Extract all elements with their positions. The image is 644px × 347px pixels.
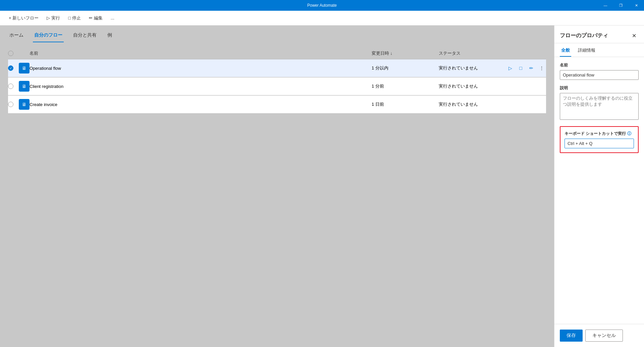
new-flow-button[interactable]: + 新しいフロー (5, 13, 42, 23)
name-field-label: 名前 (560, 62, 639, 68)
flow-type-icon: 🖥 (19, 99, 30, 110)
name-field-input[interactable] (560, 70, 639, 80)
shortcut-input[interactable] (565, 139, 634, 148)
main-panel: ホーム 自分のフロー 自分と共有 例 名前 変更日時 ↓ ステータス (0, 26, 554, 347)
more-button[interactable]: ... (107, 13, 118, 22)
row-name: Client registration (30, 84, 372, 89)
toolbar: + 新しいフロー ▷ 実行 □ 停止 ✏ 編集 ... ◈ プレミアムを利用する… (0, 11, 644, 26)
row-check (8, 84, 19, 89)
content-area: ホーム 自分のフロー 自分と共有 例 名前 変更日時 ↓ ステータス (0, 26, 644, 347)
info-icon: ⓘ (627, 131, 631, 137)
flow-type-icon: 🖥 (19, 63, 30, 73)
row-key: 🖥 (19, 99, 30, 110)
tab-shared[interactable]: 自分と共有 (72, 30, 98, 42)
side-panel-footer: 保存 キャンセル (554, 324, 644, 347)
edit-icon: ✏ (89, 15, 93, 20)
tab-home[interactable]: ホーム (8, 30, 25, 42)
row-check (8, 65, 19, 71)
table-row[interactable]: 🖥 Client registration 1 分前 実行されていません (8, 78, 546, 95)
run-button[interactable]: ▷ 実行 (43, 13, 63, 23)
row-key: 🖥 (19, 81, 30, 92)
flow-type-icon: 🖥 (19, 81, 30, 92)
stop-button[interactable]: □ 停止 (65, 13, 84, 23)
header-modified[interactable]: 変更日時 ↓ (372, 50, 439, 56)
desktop-flow-icon: 🖥 (22, 102, 26, 107)
row-name: Operational flow (30, 66, 372, 71)
shortcut-section: キーボード ショートカットで実行 ⓘ (560, 126, 639, 153)
row-checkbox[interactable] (8, 65, 13, 71)
side-tab-general[interactable]: 全般 (560, 46, 571, 57)
stop-icon: □ (68, 15, 71, 20)
row-modified: 1 分以内 (372, 65, 439, 71)
row-check (8, 102, 19, 107)
row-name: Create invoice (30, 102, 372, 107)
stop-label: 停止 (72, 15, 81, 21)
side-panel-header: フローのプロパティ ✕ (554, 26, 644, 43)
row-status: 実行されていません (439, 101, 506, 107)
tab-examples[interactable]: 例 (106, 30, 113, 42)
run-row-button[interactable]: ▷ (506, 63, 515, 73)
desktop-flow-icon: 🖥 (22, 84, 26, 89)
run-icon: ▷ (47, 15, 50, 20)
header-check (8, 51, 19, 56)
run-label: 実行 (51, 15, 60, 21)
desktop-flow-icon: 🖥 (22, 65, 26, 71)
row-key: 🖥 (19, 63, 30, 73)
new-flow-label: + 新しいフロー (9, 15, 39, 21)
side-panel-title: フローのプロパティ (560, 32, 608, 39)
restore-button[interactable]: ❐ (613, 0, 629, 11)
cancel-button[interactable]: キャンセル (585, 330, 623, 342)
edit-label: 編集 (94, 15, 103, 21)
table-row[interactable]: 🖥 Create invoice 1 日前 実行されていません (8, 96, 546, 113)
tab-my-flows[interactable]: 自分のフロー (33, 30, 64, 42)
app-title: Power Automate (307, 3, 337, 8)
row-actions: ▷ □ ✏ ⋮ (506, 63, 546, 73)
edit-row-button[interactable]: ✏ (527, 63, 536, 73)
table-row[interactable]: 🖥 Operational flow 1 分以内 実行されていません ▷ □ ✏… (8, 59, 546, 77)
header-name: 名前 (30, 50, 372, 56)
minimize-button[interactable]: — (598, 0, 613, 11)
titlebar: Power Automate — ❐ ✕ (0, 0, 644, 11)
side-tab-details[interactable]: 詳細情報 (577, 46, 597, 57)
close-button[interactable]: ✕ (629, 0, 644, 11)
side-panel-close-button[interactable]: ✕ (629, 31, 639, 40)
row-modified: 1 分前 (372, 83, 439, 89)
window-controls: — ❐ ✕ (598, 0, 644, 11)
row-status: 実行されていません (439, 65, 506, 71)
row-modified: 1 日前 (372, 101, 439, 107)
side-panel: フローのプロパティ ✕ 全般 詳細情報 名前 説明 キーボード ショートカットで… (554, 26, 644, 347)
side-panel-body: 名前 説明 キーボード ショートカットで実行 ⓘ (554, 57, 644, 324)
save-button[interactable]: 保存 (560, 330, 583, 342)
row-status: 実行されていません (439, 83, 506, 89)
select-all-checkbox[interactable] (8, 51, 13, 56)
row-checkbox[interactable] (8, 84, 13, 89)
stop-row-button[interactable]: □ (516, 63, 525, 73)
header-status: ステータス (439, 50, 506, 56)
desc-field-label: 説明 (560, 85, 639, 91)
row-checkbox[interactable] (8, 102, 13, 107)
shortcut-label: キーボード ショートカットで実行 ⓘ (565, 131, 634, 137)
nav-tabs: ホーム 自分のフロー 自分と共有 例 (0, 26, 554, 42)
more-row-button[interactable]: ⋮ (537, 63, 546, 73)
edit-button[interactable]: ✏ 編集 (86, 13, 106, 23)
table-header: 名前 変更日時 ↓ ステータス (8, 48, 546, 59)
flow-list: 名前 変更日時 ↓ ステータス 🖥 Operational flow 1 分以内… (0, 42, 554, 119)
side-panel-tabs: 全般 詳細情報 (554, 43, 644, 57)
more-label: ... (111, 15, 114, 20)
desc-field-textarea[interactable] (560, 93, 639, 120)
